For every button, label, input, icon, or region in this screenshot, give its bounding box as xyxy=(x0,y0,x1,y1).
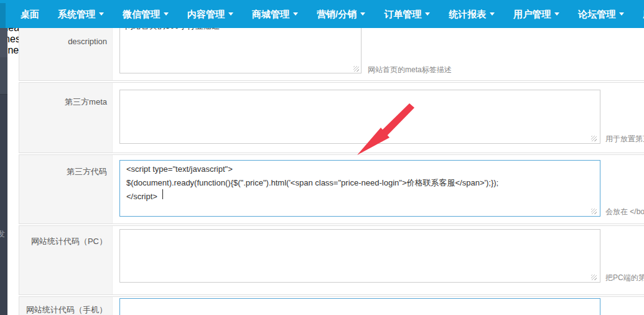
field-hint: 网站首页的meta标签描述 xyxy=(368,65,452,75)
sidebar-clipped-menu-text: 发 xyxy=(0,228,5,240)
sidebar-section-mid xyxy=(0,57,7,95)
nav-item-desktop[interactable]: 桌面 xyxy=(11,0,49,28)
resize-grip[interactable] xyxy=(591,275,597,280)
navbar-corner-block xyxy=(0,3,6,28)
nav-item-label: 营销/分销 xyxy=(317,0,357,28)
nav-item-wechat[interactable]: 微信管理 xyxy=(113,0,178,28)
form-row: 第三方代码 <script type="text/javascript"> $(… xyxy=(19,154,644,224)
chevron-down-icon xyxy=(99,12,104,18)
nav-item-mall[interactable]: 商城管理 xyxy=(243,0,307,28)
nav-item-plugins[interactable]: 应用插件 xyxy=(633,0,644,28)
nav-item-forum[interactable]: 论坛管理 xyxy=(569,0,633,28)
nav-item-label: 系统管理 xyxy=(58,0,95,28)
nav-item-content[interactable]: 内容管理 xyxy=(178,0,243,28)
resize-grip[interactable] xyxy=(353,66,359,72)
chevron-down-icon xyxy=(554,12,559,18)
chevron-down-icon xyxy=(360,12,365,18)
chevron-down-icon xyxy=(490,12,495,18)
nav-item-marketing[interactable]: 营销/分销 xyxy=(307,0,375,28)
third-party-code-textarea[interactable]: <script type="text/javascript"> $(docume… xyxy=(119,160,600,217)
stats-code-pc-textarea[interactable] xyxy=(119,229,600,283)
chevron-down-icon xyxy=(293,12,298,18)
chevron-down-icon xyxy=(425,12,430,18)
field-label: 第三方meta xyxy=(19,83,113,153)
nav-item-label: 用户管理 xyxy=(513,0,551,28)
field-hint: 用于放置第三 xyxy=(605,134,644,144)
nav-item-orders[interactable]: 订单管理 xyxy=(375,0,439,28)
nav-item-label: 桌面 xyxy=(21,0,39,28)
nav-item-label: 商城管理 xyxy=(252,0,289,28)
chevron-down-icon xyxy=(228,12,233,18)
nav-item-users[interactable]: 用户管理 xyxy=(504,0,569,28)
field-label: 第三方代码 xyxy=(19,155,113,223)
resize-grip[interactable] xyxy=(591,136,597,141)
field-hint: 会放在 </bo xyxy=(605,207,644,217)
nav-item-label: 微信管理 xyxy=(123,0,160,28)
form-row: 第三方meta 用于放置第三 xyxy=(19,82,644,153)
form-row: 网站统计代码（PC） 把PC端的第 xyxy=(19,225,644,295)
field-label: 网站统计代码（PC） xyxy=(19,226,113,294)
resize-grip[interactable] xyxy=(591,209,597,214)
field-label: 网站统计代码（手机） xyxy=(19,297,113,315)
field-hint: 把PC端的第 xyxy=(605,273,644,283)
top-navbar: 桌面 系统管理 微信管理 内容管理 商城管理 营销/分销 订单管理 统计报表 用… xyxy=(0,0,644,28)
red-arrow-annotation xyxy=(348,101,426,161)
nav-item-system[interactable]: 系统管理 xyxy=(49,0,113,28)
chevron-down-icon xyxy=(164,12,169,18)
nav-item-label: 统计报表 xyxy=(449,0,486,28)
nav-item-label: 论坛管理 xyxy=(578,0,615,28)
collapsed-sidebar[interactable]: 发 xyxy=(0,28,7,315)
sidebar-section-top xyxy=(0,28,7,57)
stats-code-mobile-textarea[interactable] xyxy=(119,298,600,315)
nav-item-label: 内容管理 xyxy=(187,0,225,28)
form-row: 网站统计代码（手机） xyxy=(19,296,644,315)
nav-item-reports[interactable]: 统计报表 xyxy=(439,0,504,28)
chevron-down-icon xyxy=(619,12,624,18)
nav-item-label: 订单管理 xyxy=(384,0,421,28)
text-cursor xyxy=(162,189,163,199)
